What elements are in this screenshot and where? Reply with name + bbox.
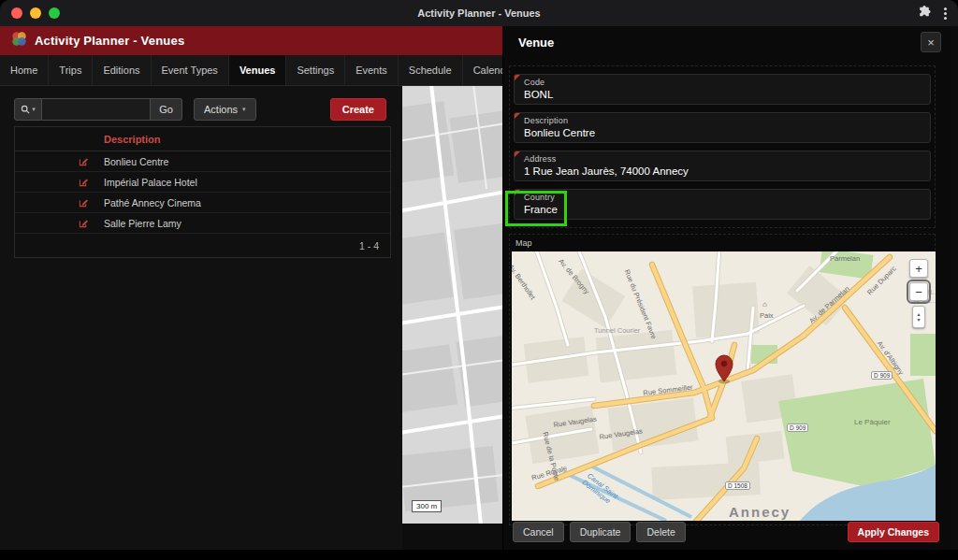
field-description[interactable]: Description Bonlieu Centre	[514, 112, 931, 143]
dialog-footer: Cancel Duplicate Delete Apply Changes	[503, 520, 951, 550]
pagination: 1 - 4	[15, 234, 390, 257]
venues-table: Description Bonlieu Centre Impérial Pala…	[14, 126, 391, 258]
map-label: Parmelan	[830, 254, 860, 263]
zoom-out-button[interactable]: −	[909, 282, 928, 301]
tab-home[interactable]: Home	[0, 55, 49, 85]
tab-event-types[interactable]: Event Types	[152, 55, 229, 85]
list-map-preview[interactable]: 300 m	[402, 86, 502, 524]
map-city-label: Annecy	[729, 504, 791, 520]
apply-changes-button[interactable]: Apply Changes	[848, 522, 939, 542]
dialog-title: Venue	[518, 36, 921, 50]
tab-events[interactable]: Events	[345, 55, 399, 85]
table-row[interactable]: Salle Pierre Lamy	[15, 213, 390, 234]
fullscreen-window-button[interactable]	[49, 7, 60, 19]
edit-icon[interactable]	[79, 215, 89, 232]
cancel-button[interactable]: Cancel	[513, 522, 564, 542]
tab-venues[interactable]: Venues	[229, 55, 287, 85]
page-title: Activity Planner - Venues	[35, 34, 184, 48]
map-zoom-controls: + − ▴ ▾	[909, 259, 928, 328]
app-window: Activity Planner - Venues Activity Plann…	[0, 0, 958, 550]
road-badge: D 909	[871, 371, 893, 380]
building-icon: ⌂	[762, 300, 767, 309]
delete-button[interactable]: Delete	[636, 522, 685, 542]
overflow-menu-icon[interactable]	[944, 7, 947, 20]
report-toolbar: ▾ Go Actions▾ Create	[14, 98, 386, 121]
zoom-in-button[interactable]: +	[909, 259, 928, 278]
tab-settings[interactable]: Settings	[286, 55, 345, 85]
chevron-down-icon: ▾	[32, 106, 36, 113]
titlebar: Activity Planner - Venues	[0, 0, 958, 26]
tab-schedule[interactable]: Schedule	[399, 55, 463, 85]
search-input[interactable]	[42, 98, 151, 121]
map-tilt-control[interactable]: ▴ ▾	[912, 306, 925, 328]
close-icon[interactable]: ×	[921, 32, 941, 52]
table-row[interactable]: Impérial Palace Hotel	[15, 172, 390, 193]
close-window-button[interactable]	[11, 7, 22, 19]
tab-calendar[interactable]: Calendar	[463, 55, 502, 85]
table-row[interactable]: Pathé Annecy Cinema	[15, 193, 390, 213]
map-scale: 300 m	[412, 500, 442, 512]
road-badge: D 909	[787, 424, 808, 432]
dialog-header: Venue ×	[503, 26, 951, 58]
column-header-description[interactable]: Description	[104, 134, 390, 145]
duplicate-button[interactable]: Duplicate	[570, 522, 631, 542]
edit-icon[interactable]	[79, 174, 89, 191]
field-code[interactable]: Code BONL	[514, 74, 931, 105]
tab-trips[interactable]: Trips	[49, 55, 93, 85]
map-label: Le Pâquier	[854, 418, 891, 426]
venue-dialog: Venue × Code BONL Description Bonlieu Ce…	[502, 26, 951, 550]
extensions-icon[interactable]	[918, 5, 931, 22]
table-header-row: Description	[15, 127, 390, 151]
app-logo	[11, 31, 27, 50]
edit-icon[interactable]	[79, 153, 89, 170]
road-badge: D 1508	[725, 481, 750, 490]
table-row[interactable]: Bonlieu Centre	[15, 151, 390, 172]
map-region: Map	[509, 234, 936, 525]
venues-report-region: ▾ Go Actions▾ Create Description Bonlieu…	[0, 86, 402, 550]
window-controls	[11, 7, 60, 19]
search-column-selector[interactable]: ▾	[14, 98, 42, 121]
map-label: Paix	[760, 311, 774, 320]
window-title: Activity Planner - Venues	[0, 7, 958, 19]
venue-map[interactable]: Parmelan ⌂ Paix Tunnel Courier Rue du Pr…	[512, 251, 936, 521]
field-country[interactable]: Country France	[514, 189, 931, 220]
chevron-down-icon: ▾	[917, 317, 920, 323]
minimize-window-button[interactable]	[30, 7, 41, 19]
chevron-down-icon: ▾	[242, 106, 246, 113]
tab-editions[interactable]: Editions	[93, 55, 151, 85]
search-icon	[21, 105, 30, 114]
go-button[interactable]: Go	[151, 98, 182, 121]
tab-bar: Home Trips Editions Event Types Venues S…	[0, 55, 502, 86]
form-region: Code BONL Description Bonlieu Centre Add…	[509, 65, 936, 228]
edit-icon[interactable]	[79, 194, 89, 211]
map-label: Tunnel Courier	[594, 326, 640, 335]
field-address[interactable]: Address 1 Rue Jean Jaurès, 74000 Annecy	[514, 151, 931, 181]
map-region-label: Map	[515, 238, 933, 248]
actions-button[interactable]: Actions▾	[194, 98, 256, 121]
app-header: Activity Planner - Venues	[0, 26, 502, 55]
create-button[interactable]: Create	[330, 98, 386, 121]
